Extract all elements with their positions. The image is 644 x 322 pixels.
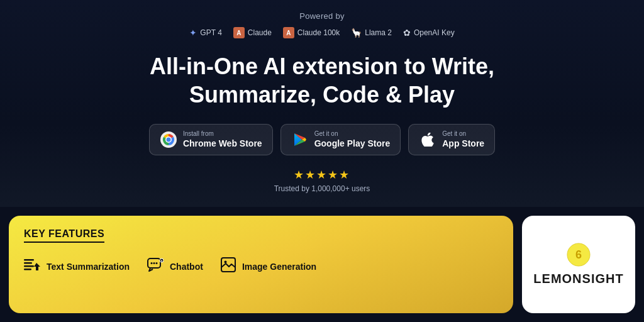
hero-title: All-in-One AI extension to Write, Summar… bbox=[150, 52, 494, 109]
play-store-text: Get it on Google Play Store bbox=[314, 130, 391, 149]
trust-text: Trusted by 1,000,000+ users bbox=[274, 184, 370, 193]
features-card: KEY FEATURES Text Summarization bbox=[9, 216, 513, 313]
rating-section: ★★★★★ Trusted by 1,000,000+ users bbox=[274, 168, 370, 193]
chrome-store-button[interactable]: Install from Chrome Web Store bbox=[149, 124, 273, 155]
hero-section: Powered by ✦ GPT 4 A Claude A Claude 100… bbox=[0, 0, 644, 207]
openai-label: OpenAI Key bbox=[414, 28, 455, 37]
chrome-store-sublabel: Install from bbox=[183, 130, 262, 138]
svg-text:6: 6 bbox=[575, 248, 582, 261]
app-store-text: Get it on App Store bbox=[442, 130, 484, 149]
feature-text-summarization: Text Summarization bbox=[24, 258, 130, 275]
play-store-sublabel: Get it on bbox=[314, 130, 391, 138]
ai-models-row: ✦ GPT 4 A Claude A Claude 100k 🦙 Llama 2… bbox=[189, 27, 454, 38]
brand-logo-area: 6 bbox=[567, 243, 591, 267]
claude-icon: A bbox=[233, 27, 245, 38]
svg-rect-5 bbox=[24, 262, 32, 264]
play-store-namelabel: Google Play Store bbox=[314, 138, 391, 149]
app-store-namelabel: App Store bbox=[442, 138, 484, 149]
chrome-store-namelabel: Chrome Web Store bbox=[183, 138, 262, 149]
features-title: KEY FEATURES bbox=[24, 228, 104, 243]
svg-point-11 bbox=[156, 262, 158, 264]
apple-icon bbox=[419, 131, 436, 148]
features-list: Text Summarization bbox=[24, 257, 498, 277]
feature-chatbot: Chatbot bbox=[147, 257, 203, 277]
lemon-logo-icon: 6 bbox=[567, 243, 591, 267]
llama2-label: Llama 2 bbox=[365, 28, 392, 37]
powered-by-label: Powered by bbox=[299, 11, 345, 21]
chrome-store-text: Install from Chrome Web Store bbox=[183, 130, 262, 149]
claude100k-label: Claude 100k bbox=[297, 28, 340, 37]
model-gpt4: ✦ GPT 4 bbox=[189, 28, 221, 38]
model-llama2: 🦙 Llama 2 bbox=[351, 28, 392, 38]
chatbot-icon bbox=[147, 257, 164, 277]
app-store-sublabel: Get it on bbox=[442, 130, 484, 138]
chatbot-label: Chatbot bbox=[170, 262, 203, 272]
star-rating: ★★★★★ bbox=[294, 168, 350, 182]
svg-point-14 bbox=[224, 261, 226, 264]
gpt4-label: GPT 4 bbox=[200, 28, 221, 37]
svg-point-9 bbox=[151, 262, 153, 264]
app-store-button[interactable]: Get it on App Store bbox=[408, 124, 495, 155]
text-summarization-label: Text Summarization bbox=[47, 262, 130, 272]
svg-rect-7 bbox=[24, 269, 31, 270]
play-store-button[interactable]: Get it on Google Play Store bbox=[280, 124, 401, 155]
bottom-section: KEY FEATURES Text Summarization bbox=[0, 207, 644, 322]
openai-icon: ✿ bbox=[403, 28, 411, 38]
svg-rect-4 bbox=[24, 259, 34, 261]
claude-label: Claude bbox=[248, 28, 272, 37]
play-icon bbox=[291, 131, 309, 148]
feature-image-generation: Image Generation bbox=[221, 257, 316, 276]
text-summarization-icon bbox=[24, 258, 40, 275]
brand-card: 6 LEMONSIGHT bbox=[522, 216, 635, 313]
svg-point-10 bbox=[153, 262, 155, 264]
svg-point-3 bbox=[166, 138, 170, 142]
chrome-icon bbox=[160, 131, 177, 148]
image-generation-label: Image Generation bbox=[242, 262, 316, 272]
llama-icon: 🦙 bbox=[351, 28, 362, 38]
model-claude: A Claude bbox=[233, 27, 272, 38]
claude100k-icon: A bbox=[283, 27, 294, 38]
features-header: KEY FEATURES bbox=[24, 228, 498, 243]
svg-rect-6 bbox=[24, 265, 34, 267]
image-generation-icon bbox=[221, 257, 236, 276]
gpt4-icon: ✦ bbox=[189, 28, 197, 38]
brand-name: LEMONSIGHT bbox=[533, 272, 623, 286]
store-buttons-row: Install from Chrome Web Store bbox=[149, 124, 495, 155]
model-openai: ✿ OpenAI Key bbox=[403, 28, 455, 38]
model-claude100k: A Claude 100k bbox=[283, 27, 340, 38]
